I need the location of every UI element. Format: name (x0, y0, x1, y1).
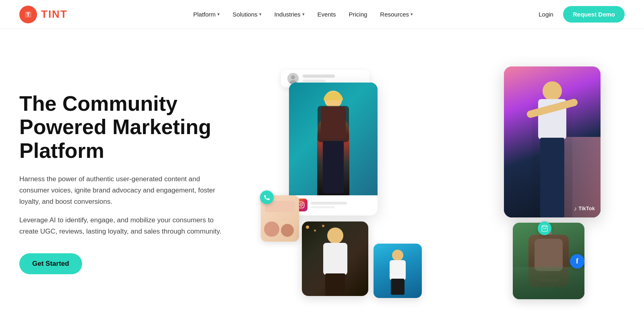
logo-text: TINT (41, 8, 68, 21)
nav-pricing[interactable]: Pricing (349, 11, 367, 18)
nav-events[interactable]: Events (318, 11, 336, 18)
nav-links: Platform ▾ Solutions ▾ Industries ▾ Even… (193, 11, 413, 18)
logo-icon: T (19, 6, 37, 23)
facebook-icon: f (576, 257, 578, 265)
logo-link[interactable]: T TINT (19, 6, 68, 23)
nav-industries[interactable]: Industries ▾ (275, 11, 305, 18)
phone-badge (260, 190, 274, 204)
svg-point-6 (300, 204, 302, 206)
hero-desc2: Leverage AI to identify, engage, and mob… (19, 215, 229, 237)
tiktok-card: ♪ TikTok (504, 66, 601, 217)
resources-caret: ▾ (411, 12, 413, 17)
login-button[interactable]: Login (539, 11, 553, 18)
hero-title: The Community Powered Marketing Platform (19, 92, 229, 162)
industries-caret: ▾ (302, 12, 305, 17)
hero-section: The Community Powered Marketing Platform… (0, 29, 644, 329)
woman-drinking-card (302, 221, 368, 296)
nav-platform[interactable]: Platform ▾ (193, 11, 220, 18)
hero-desc1: Harness the power of authentic user-gene… (19, 174, 229, 207)
hero-left: The Community Powered Marketing Platform… (19, 92, 229, 274)
shopping-badge (538, 221, 551, 235)
request-demo-button[interactable]: Request Demo (563, 6, 625, 23)
nav-solutions[interactable]: Solutions ▾ (233, 11, 262, 18)
svg-point-3 (291, 75, 295, 79)
instagram-card (289, 83, 378, 215)
hero-media-collage: ♪ TikTok (253, 62, 625, 304)
solutions-caret: ▾ (259, 12, 262, 17)
pool-card (374, 244, 422, 298)
facebook-badge: f (570, 254, 584, 269)
nav-right: Login Request Demo (539, 6, 625, 23)
profile-lines (303, 74, 363, 82)
tiktok-logo-icon: ♪ (574, 205, 577, 212)
shopping-cart-icon (541, 225, 548, 232)
nav-resources[interactable]: Resources ▾ (380, 11, 413, 18)
tiktok-label: ♪ TikTok (574, 205, 595, 212)
instagram-card-image (289, 83, 378, 195)
ig-lines (311, 202, 372, 208)
get-started-button[interactable]: Get Started (19, 253, 82, 274)
platform-caret: ▾ (217, 12, 220, 17)
navbar: T TINT Platform ▾ Solutions ▾ Industries… (0, 0, 644, 29)
svg-point-7 (302, 203, 303, 203)
svg-text:T: T (27, 11, 30, 18)
card-footer (289, 195, 378, 212)
